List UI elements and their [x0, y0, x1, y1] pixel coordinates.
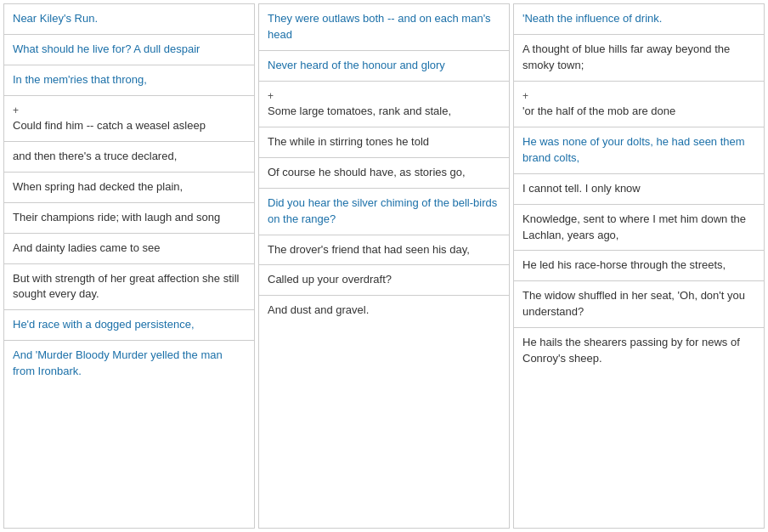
- cell-text: Did you hear the silver chiming of the b…: [268, 196, 497, 225]
- cell-c2_8: Called up your overdraft?: [259, 265, 509, 296]
- cell-text: Of course he should have, as stories go,: [268, 166, 466, 178]
- cell-text: Called up your overdraft?: [268, 273, 392, 286]
- cell-c2_9: And dust and gravel.: [259, 296, 509, 325]
- cell-c1_6: When spring had decked the plain,: [4, 173, 254, 203]
- cell-c1_10: He'd race with a dogged persistence,: [4, 310, 254, 341]
- cell-c3_8: The widow shuffled in her seat, 'Oh, don…: [514, 281, 764, 328]
- cell-c1_2: What should he live for? A dull despair: [4, 35, 254, 65]
- plus-symbol: +: [522, 90, 528, 102]
- cell-text: I cannot tell. I only know: [522, 182, 641, 195]
- cell-c1_3: In the mem'ries that throng,: [4, 65, 254, 96]
- cell-c1_4: +Could find him -- catch a weasel asleep: [4, 96, 254, 143]
- cell-text: 'Neath the influence of drink.: [522, 12, 662, 25]
- cell-text: But with strength of her great affection…: [13, 272, 239, 301]
- cell-c3_9: He hails the shearers passing by for new…: [514, 328, 764, 374]
- cell-text: He hails the shearers passing by for new…: [522, 336, 740, 365]
- cell-text: And dust and gravel.: [268, 303, 369, 316]
- cell-c3_6: Knowledge, sent to where I met him down …: [514, 205, 764, 252]
- cell-text: Their champions ride; with laugh and son…: [13, 211, 220, 224]
- cell-c2_1: They were outlaws both -- and on each ma…: [259, 4, 509, 51]
- cell-c2_3: +Some large tomatoes, rank and stale,: [259, 82, 509, 128]
- cell-text: The widow shuffled in her seat, 'Oh, don…: [522, 289, 745, 318]
- cell-text: What should he live for? A dull despair: [13, 42, 200, 55]
- cell-text: He led his race-horse through the street…: [522, 258, 726, 271]
- cell-text: He was none of your dolts, he had seen t…: [522, 135, 745, 164]
- cell-c3_1: 'Neath the influence of drink.: [514, 4, 764, 35]
- cell-c1_9: But with strength of her great affection…: [4, 264, 254, 311]
- cell-text: Some large tomatoes, rank and stale,: [268, 105, 451, 117]
- cell-text: Near Kiley's Run.: [13, 12, 98, 25]
- cell-text: He'd race with a dogged persistence,: [13, 318, 195, 331]
- cell-text: and then there's a truce declared,: [13, 150, 177, 162]
- column-col3: 'Neath the influence of drink.A thought …: [513, 3, 765, 529]
- column-col2: They were outlaws both -- and on each ma…: [258, 3, 510, 529]
- cell-text: In the mem'ries that throng,: [13, 73, 147, 86]
- cell-c2_6: Did you hear the silver chiming of the b…: [259, 189, 509, 235]
- cell-c3_5: I cannot tell. I only know: [514, 174, 764, 205]
- cell-text: And dainty ladies came to see: [13, 241, 160, 254]
- main-container: Near Kiley's Run.What should he live for…: [0, 0, 768, 532]
- cell-c3_7: He led his race-horse through the street…: [514, 251, 764, 281]
- cell-c3_3: +'or the half of the mob are done: [514, 82, 764, 128]
- cell-text: 'or the half of the mob are done: [522, 105, 675, 117]
- cell-text: Knowledge, sent to where I met him down …: [522, 212, 746, 241]
- cell-c2_2: Never heard of the honour and glory: [259, 51, 509, 82]
- cell-c1_7: Their champions ride; with laugh and son…: [4, 203, 254, 234]
- cell-text: The drover's friend that had seen his da…: [268, 243, 470, 256]
- cell-text: A thought of blue hills far away beyond …: [522, 42, 730, 71]
- cell-c2_7: The drover's friend that had seen his da…: [259, 235, 509, 266]
- cell-text: Could find him -- catch a weasel asleep: [13, 119, 206, 132]
- plus-symbol: +: [268, 90, 274, 102]
- cell-c1_11: And 'Murder Bloody Murder yelled the man…: [4, 341, 254, 387]
- cell-text: When spring had decked the plain,: [13, 180, 183, 193]
- cell-text: The while in stirring tones he told: [268, 135, 429, 148]
- cell-c3_2: A thought of blue hills far away beyond …: [514, 35, 764, 82]
- cell-c2_4: The while in stirring tones he told: [259, 127, 509, 158]
- column-col1: Near Kiley's Run.What should he live for…: [3, 3, 255, 529]
- cell-text: And 'Murder Bloody Murder yelled the man…: [13, 348, 223, 377]
- cell-text: They were outlaws both -- and on each ma…: [268, 12, 491, 41]
- plus-symbol: +: [13, 105, 19, 116]
- cell-text: Never heard of the honour and glory: [268, 59, 445, 71]
- cell-c1_8: And dainty ladies came to see: [4, 234, 254, 264]
- cell-c1_5: and then there's a truce declared,: [4, 142, 254, 173]
- cell-c2_5: Of course he should have, as stories go,: [259, 158, 509, 189]
- cell-c1_1: Near Kiley's Run.: [4, 4, 254, 35]
- cell-c3_4: He was none of your dolts, he had seen t…: [514, 127, 764, 174]
